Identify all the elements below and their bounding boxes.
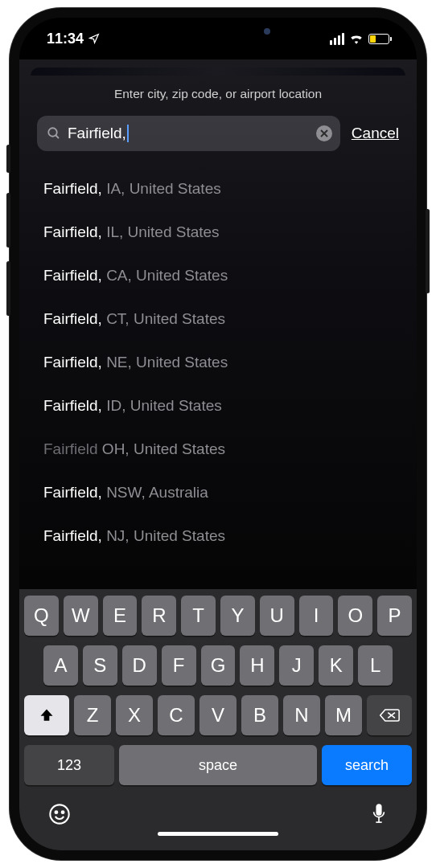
home-indicator[interactable]: [158, 832, 278, 836]
svg-rect-9: [376, 805, 381, 815]
result-item[interactable]: Fairfield, CA, United States: [43, 254, 393, 297]
result-item[interactable]: Fairfield, ID, United States: [43, 384, 393, 428]
search-input[interactable]: Fairfield,: [68, 125, 126, 142]
battery-icon: [368, 34, 389, 44]
search-icon: [47, 126, 61, 141]
key-a[interactable]: A: [43, 645, 78, 686]
shift-icon: [39, 707, 55, 723]
space-key[interactable]: space: [119, 745, 317, 785]
key-v[interactable]: V: [199, 695, 237, 735]
backspace-icon: [379, 707, 400, 723]
key-x[interactable]: X: [116, 695, 153, 735]
status-time: 11:34: [47, 31, 84, 47]
cancel-button[interactable]: Cancel: [352, 125, 399, 142]
key-z[interactable]: Z: [74, 695, 111, 735]
screen: 11:34 Enter city, zip code, or airport l…: [19, 18, 417, 850]
svg-point-7: [56, 811, 58, 813]
result-item[interactable]: Fairfield, CT, United States: [43, 297, 393, 341]
result-item[interactable]: Fairfield, NE, United States: [43, 341, 393, 384]
key-u[interactable]: U: [260, 596, 294, 636]
cellular-icon: [330, 33, 345, 45]
text-cursor: [127, 125, 129, 142]
key-c[interactable]: C: [158, 695, 195, 735]
result-item[interactable]: Fairfield, IA, United States: [43, 167, 393, 211]
key-y[interactable]: Y: [220, 596, 255, 636]
key-i[interactable]: I: [299, 596, 334, 636]
search-field[interactable]: Fairfield,: [37, 116, 340, 151]
key-h[interactable]: H: [240, 645, 274, 686]
key-d[interactable]: D: [122, 645, 157, 686]
key-j[interactable]: J: [279, 645, 314, 686]
key-g[interactable]: G: [201, 645, 236, 686]
key-o[interactable]: O: [338, 596, 372, 636]
result-item[interactable]: Fairfield OH, United States: [43, 428, 393, 471]
key-r[interactable]: R: [142, 596, 176, 636]
key-m[interactable]: M: [325, 695, 362, 735]
key-b[interactable]: B: [241, 695, 278, 735]
key-s[interactable]: S: [83, 645, 117, 686]
key-w[interactable]: W: [64, 596, 98, 636]
result-item[interactable]: Fairfield, NJ, United States: [43, 514, 393, 558]
key-p[interactable]: P: [377, 596, 412, 636]
key-l[interactable]: L: [358, 645, 393, 686]
shift-key[interactable]: [24, 695, 69, 735]
numbers-key[interactable]: 123: [24, 745, 114, 785]
wifi-icon: [349, 33, 364, 44]
result-item[interactable]: Fairfield, NSW, Australia: [43, 471, 393, 514]
device-frame: 11:34 Enter city, zip code, or airport l…: [10, 8, 426, 860]
clear-button[interactable]: [316, 125, 332, 141]
key-q[interactable]: Q: [24, 596, 59, 636]
emoji-key[interactable]: [48, 803, 71, 825]
svg-point-6: [50, 805, 68, 823]
key-k[interactable]: K: [319, 645, 353, 686]
key-e[interactable]: E: [103, 596, 138, 636]
x-icon: [320, 129, 328, 137]
key-n[interactable]: N: [283, 695, 320, 735]
notch: [125, 18, 311, 45]
keyboard: QWERTYUIOP ASDFGHJKL ZXCVBNM 123 space s…: [19, 589, 417, 850]
dictation-key[interactable]: [370, 803, 388, 825]
svg-point-8: [62, 811, 64, 813]
key-t[interactable]: T: [181, 596, 216, 636]
result-item[interactable]: Fairfield, IL, United States: [43, 211, 393, 254]
search-key[interactable]: search: [322, 745, 412, 785]
results-list: Fairfield, IA, United StatesFairfield, I…: [19, 161, 417, 589]
key-f[interactable]: F: [162, 645, 196, 686]
svg-line-1: [56, 135, 59, 138]
location-icon: [88, 33, 100, 44]
svg-point-0: [48, 128, 57, 137]
search-prompt: Enter city, zip code, or airport locatio…: [19, 76, 417, 116]
backspace-key[interactable]: [367, 695, 412, 735]
